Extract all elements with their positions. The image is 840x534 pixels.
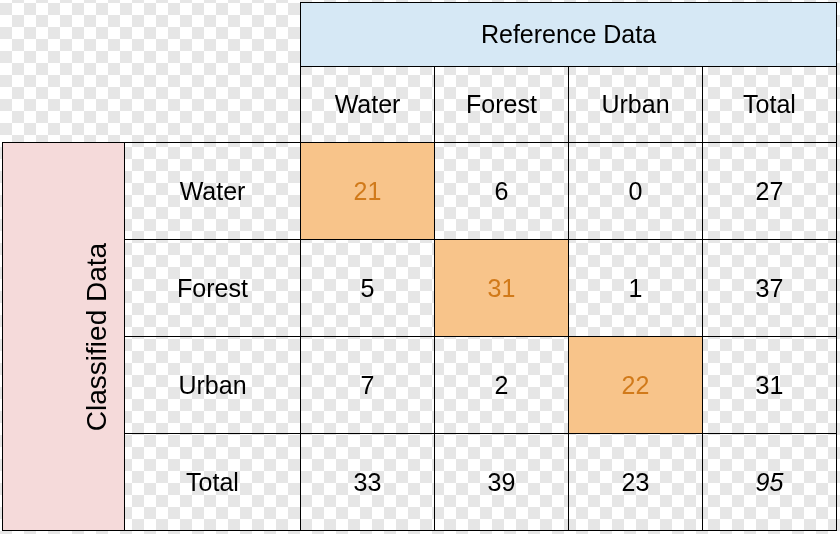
confusion-matrix-table: Reference Data Water Forest Urban Total …: [2, 2, 837, 531]
col-header-total: Total: [703, 67, 837, 143]
col-total-water: 33: [301, 434, 435, 531]
cell-water-forest: 6: [435, 143, 569, 240]
col-total-urban: 23: [569, 434, 703, 531]
row-total-water: 27: [703, 143, 837, 240]
cell-water-water: 21: [301, 143, 435, 240]
cell-urban-forest: 2: [435, 337, 569, 434]
row-header-total: Total: [125, 434, 301, 531]
cell-forest-urban: 1: [569, 240, 703, 337]
cell-urban-urban: 22: [569, 337, 703, 434]
classified-data-header: Classified Data: [3, 143, 125, 531]
row-total-urban: 31: [703, 337, 837, 434]
row-header-forest: Forest: [125, 240, 301, 337]
col-total-forest: 39: [435, 434, 569, 531]
blank-corner: [3, 3, 301, 143]
row-total-forest: 37: [703, 240, 837, 337]
cell-forest-forest: 31: [435, 240, 569, 337]
cell-water-urban: 0: [569, 143, 703, 240]
col-header-water: Water: [301, 67, 435, 143]
row-header-water: Water: [125, 143, 301, 240]
classified-data-header-label: Classified Data: [81, 242, 113, 430]
cell-forest-water: 5: [301, 240, 435, 337]
col-header-forest: Forest: [435, 67, 569, 143]
cell-urban-water: 7: [301, 337, 435, 434]
reference-data-header: Reference Data: [301, 3, 837, 67]
col-header-urban: Urban: [569, 67, 703, 143]
grand-total: 95: [703, 434, 837, 531]
row-header-urban: Urban: [125, 337, 301, 434]
